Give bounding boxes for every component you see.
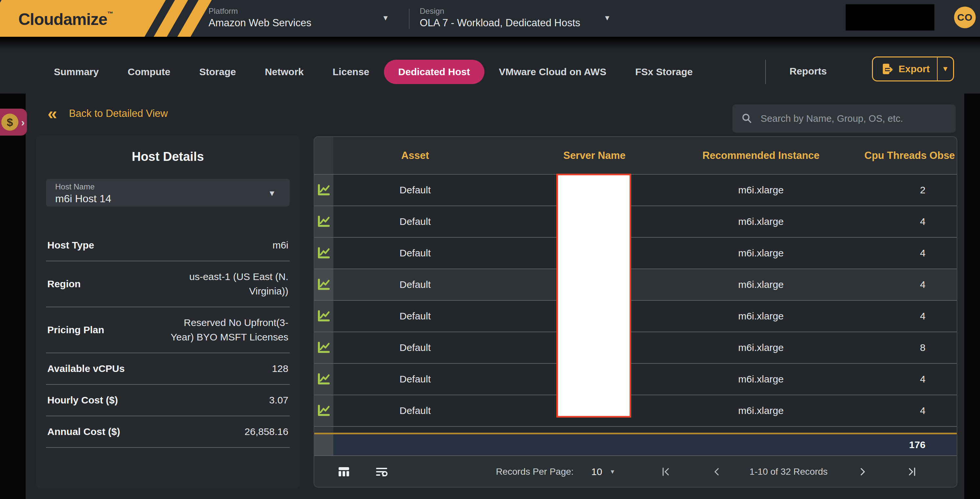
first-page-button[interactable] <box>656 456 676 488</box>
table-header-row: Asset Server Name Recommended Instance C… <box>314 137 957 174</box>
platform-selector[interactable]: Platform Amazon Web Services ▼ <box>208 0 406 37</box>
cell-recommended-instance: m6i.xlarge <box>692 311 830 322</box>
search-icon <box>741 112 753 125</box>
tab-license[interactable]: License <box>318 60 384 84</box>
column-header-cpu-threads[interactable]: Cpu Threads Obse <box>830 150 957 162</box>
previous-page-button[interactable] <box>707 456 727 488</box>
row-chart-button[interactable] <box>314 301 333 332</box>
line-chart-icon <box>316 309 331 323</box>
column-header-asset[interactable]: Asset <box>333 150 497 162</box>
export-dropdown-caret-icon[interactable]: ▼ <box>938 65 953 73</box>
back-to-detailed-view-link[interactable]: « Back to Detailed View <box>48 107 168 120</box>
cell-cpu-threads: 4 <box>830 216 957 227</box>
avatar[interactable]: CO <box>954 6 976 28</box>
search-input[interactable] <box>760 113 947 124</box>
nav-tabs: SummaryComputeStorageNetworkLicenseDedic… <box>40 51 707 93</box>
chevron-down-icon[interactable]: ▼ <box>382 14 389 22</box>
host-detail-label: Host Type <box>47 240 94 251</box>
row-chart-button[interactable] <box>314 364 333 395</box>
search-box[interactable] <box>732 104 956 133</box>
line-chart-icon <box>316 341 331 354</box>
host-detail-value: m6i <box>273 238 288 253</box>
column-header-server-name[interactable]: Server Name <box>497 150 692 162</box>
chevron-down-icon[interactable]: ▼ <box>268 189 276 198</box>
top-header-bar: Cloudamize™ Platform Amazon Web Services… <box>0 0 980 37</box>
row-chart-button[interactable] <box>314 332 333 363</box>
last-page-button[interactable] <box>902 456 922 488</box>
trademark-mark: ™ <box>107 11 113 17</box>
records-per-page-select[interactable]: 10 <box>587 456 606 488</box>
line-chart-icon <box>316 278 331 291</box>
column-settings-button[interactable] <box>334 456 354 488</box>
server-name-redaction-overlay <box>556 174 631 418</box>
row-chart-button[interactable] <box>314 238 333 269</box>
main-navigation: SummaryComputeStorageNetworkLicenseDedic… <box>0 51 980 93</box>
cell-asset: Default <box>333 342 497 353</box>
chart-column-header <box>314 137 333 174</box>
tab-storage[interactable]: Storage <box>185 60 251 84</box>
cell-recommended-instance: m6i.xlarge <box>692 184 830 195</box>
brand-name: Cloudamize™ <box>18 10 113 29</box>
host-detail-value: us-east-1 (US East (N. Virginia)) <box>164 270 288 299</box>
tab-compute[interactable]: Compute <box>113 60 185 84</box>
table-row[interactable]: Defaultm6i.xlarge4 <box>314 300 957 332</box>
cell-recommended-instance: m6i.xlarge <box>692 373 830 385</box>
header-divider <box>409 8 409 29</box>
host-detail-row: Host Typem6i <box>46 230 290 261</box>
row-chart-button[interactable] <box>314 206 333 237</box>
host-detail-label: Available vCPUs <box>47 363 125 374</box>
cell-asset: Default <box>333 216 497 227</box>
cell-recommended-instance: m6i.xlarge <box>692 216 830 227</box>
tab-network[interactable]: Network <box>250 60 318 84</box>
tab-fsx-storage[interactable]: FSx Storage <box>621 60 707 84</box>
cell-asset: Default <box>333 373 497 385</box>
cell-cpu-threads: 4 <box>830 311 957 322</box>
table-row[interactable]: Defaultm6i.xlarge4 <box>314 205 957 237</box>
tab-reports[interactable]: Reports <box>775 59 841 83</box>
table-row[interactable]: Defaultm6i.xlarge4 <box>314 237 957 269</box>
host-name-label: Host Name <box>55 182 290 191</box>
cell-cpu-threads: 8 <box>830 342 957 353</box>
tab-vmware-cloud-on-aws[interactable]: VMware Cloud on AWS <box>484 60 621 84</box>
line-chart-icon <box>316 372 331 386</box>
host-name-select[interactable]: Host Name m6i Host 14 ▼ <box>46 179 290 207</box>
chevron-down-icon[interactable]: ▼ <box>604 14 611 22</box>
line-chart-icon <box>316 404 331 418</box>
tab-dedicated-host[interactable]: Dedicated Host <box>384 60 484 84</box>
table-columns-icon <box>337 464 351 479</box>
row-chart-button[interactable] <box>314 175 333 205</box>
back-link-label: Back to Detailed View <box>69 108 168 119</box>
table-row[interactable]: Defaultm6i.xlarge4 <box>314 395 957 426</box>
brand-logo[interactable]: Cloudamize™ <box>0 0 230 37</box>
row-chart-button[interactable] <box>314 395 333 426</box>
cell-asset: Default <box>333 248 497 259</box>
cell-recommended-instance: m6i.xlarge <box>692 279 830 290</box>
export-icon <box>881 62 894 76</box>
tab-summary[interactable]: Summary <box>40 60 113 84</box>
export-button[interactable]: Export ▼ <box>872 56 954 81</box>
redacted-header-region <box>846 4 934 30</box>
pricing-flyout-toggle[interactable]: $ › <box>0 109 27 135</box>
host-detail-label: Annual Cost ($) <box>47 426 120 437</box>
header-shadow <box>0 37 980 51</box>
table-row[interactable]: Defaultm6i.xlarge2 <box>314 174 957 205</box>
table-row[interactable]: Defaultm6i.xlarge8 <box>314 332 957 363</box>
records-per-page-caret-icon[interactable]: ▼ <box>608 456 617 488</box>
clipped-table-row <box>314 426 957 433</box>
host-detail-row: Hourly Cost ($)3.07 <box>46 385 290 416</box>
table-row[interactable]: Defaultm6i.xlarge4 <box>314 269 957 300</box>
design-selector[interactable]: Design OLA 7 - Workload, Dedicated Hosts… <box>420 0 636 37</box>
cell-asset: Default <box>333 184 497 195</box>
left-edge-black-strip <box>0 94 25 499</box>
host-details-panel: Host Details Host Name m6i Host 14 ▼ Hos… <box>36 135 299 488</box>
column-header-recommended-instance[interactable]: Recommended Instance <box>692 150 830 162</box>
row-chart-button[interactable] <box>314 269 333 300</box>
double-chevron-left-icon: « <box>48 107 57 120</box>
clipped-icon-cell <box>314 427 333 433</box>
records-per-page-label: Records Per Page: <box>496 456 574 488</box>
pagination-range-text: 1-10 of 32 Records <box>749 456 828 488</box>
table-row[interactable]: Defaultm6i.xlarge4 <box>314 363 957 395</box>
table-body: Defaultm6i.xlarge2Defaultm6i.xlarge4Defa… <box>314 174 957 426</box>
text-wrap-button[interactable] <box>372 456 391 488</box>
next-page-button[interactable] <box>853 456 873 488</box>
